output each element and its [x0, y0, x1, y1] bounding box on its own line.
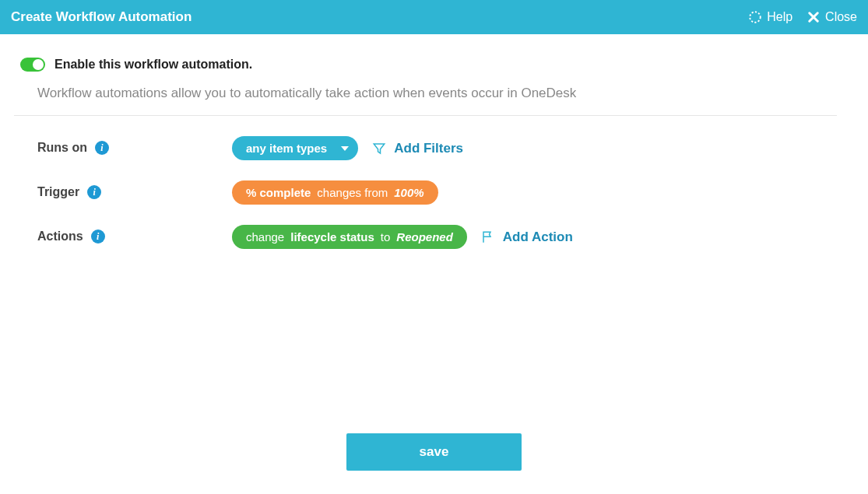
trigger-operator: changes from	[317, 186, 388, 199]
actions-controls: change lifecycle status to Reopened Add …	[232, 225, 573, 249]
dialog-content: Enable this workflow automation. Workflo…	[0, 34, 868, 249]
save-button[interactable]: save	[346, 433, 522, 471]
trigger-row: Trigger i % complete changes from 100%	[20, 180, 831, 205]
action-pill[interactable]: change lifecycle status to Reopened	[232, 225, 467, 249]
filter-icon	[372, 142, 386, 156]
dialog-title: Create Workflow Automation	[11, 9, 192, 25]
runs-on-controls: any item types Add Filters	[232, 136, 463, 160]
add-filters-button[interactable]: Add Filters	[372, 141, 463, 156]
chevron-down-icon	[341, 146, 349, 151]
runs-on-label: Runs on	[37, 141, 87, 155]
header-actions: Help Close	[748, 10, 857, 24]
trigger-field: % complete	[246, 186, 311, 199]
dialog-header: Create Workflow Automation Help Close	[0, 0, 868, 34]
action-field: lifecycle status	[290, 230, 374, 243]
dialog-footer: save	[0, 433, 868, 471]
trigger-label-group: Trigger i	[37, 180, 232, 199]
actions-label: Actions	[37, 229, 83, 243]
actions-row: Actions i change lifecycle status to Reo…	[20, 225, 831, 249]
trigger-label: Trigger	[37, 185, 79, 199]
add-action-label: Add Action	[503, 229, 573, 245]
toggle-thumb	[33, 59, 44, 70]
help-button[interactable]: Help	[748, 10, 792, 24]
enable-toggle[interactable]	[20, 58, 45, 72]
action-operator: to	[381, 230, 391, 243]
enable-row: Enable this workflow automation.	[20, 58, 831, 72]
enable-label: Enable this workflow automation.	[54, 58, 252, 72]
runs-on-value: any item types	[246, 142, 327, 155]
trigger-pill[interactable]: % complete changes from 100%	[232, 180, 438, 205]
runs-on-row: Runs on i any item types Add Filters	[20, 136, 831, 160]
action-verb: change	[246, 230, 284, 243]
trigger-value: 100%	[394, 186, 423, 199]
action-value: Reopened	[396, 230, 453, 243]
divider	[14, 115, 837, 116]
info-icon[interactable]: i	[95, 141, 109, 155]
close-button[interactable]: Close	[807, 10, 857, 24]
add-filters-label: Add Filters	[394, 141, 463, 156]
info-icon[interactable]: i	[87, 185, 101, 199]
description-text: Workflow automations allow you to automa…	[20, 86, 831, 101]
add-action-button[interactable]: Add Action	[481, 229, 573, 245]
trigger-controls: % complete changes from 100%	[232, 180, 438, 205]
runs-on-label-group: Runs on i	[37, 136, 232, 155]
flag-icon	[481, 230, 495, 244]
info-icon[interactable]: i	[91, 229, 105, 243]
help-label: Help	[767, 10, 792, 24]
help-icon	[748, 10, 762, 24]
svg-point-0	[750, 12, 761, 23]
runs-on-selector[interactable]: any item types	[232, 136, 358, 160]
close-icon	[807, 10, 821, 24]
close-label: Close	[825, 10, 857, 24]
actions-label-group: Actions i	[37, 225, 232, 243]
